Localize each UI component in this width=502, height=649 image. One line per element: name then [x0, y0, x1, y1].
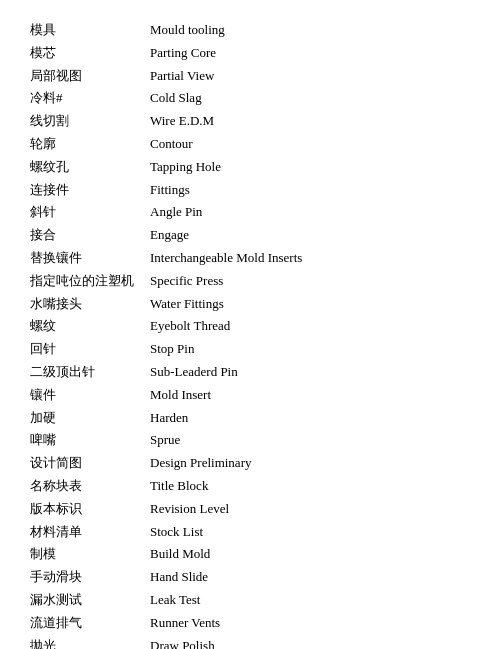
- term-chinese: 制模: [30, 544, 150, 565]
- term-english: Build Mold: [150, 544, 210, 565]
- term-row: 接合Engage: [30, 225, 472, 246]
- term-english: Draw Polish: [150, 636, 215, 649]
- term-english: Water Fittings: [150, 294, 224, 315]
- term-row: 二级顶出针Sub-Leaderd Pin: [30, 362, 472, 383]
- term-english: Sub-Leaderd Pin: [150, 362, 238, 383]
- term-chinese: 材料清单: [30, 522, 150, 543]
- term-row: 冷料#Cold Slag: [30, 88, 472, 109]
- term-chinese: 设计简图: [30, 453, 150, 474]
- term-row: 螺纹Eyebolt Thread: [30, 316, 472, 337]
- term-chinese: 轮廓: [30, 134, 150, 155]
- term-chinese: 斜针: [30, 202, 150, 223]
- term-chinese: 指定吨位的注塑机: [30, 271, 150, 292]
- term-row: 模具Mould tooling: [30, 20, 472, 41]
- term-chinese: 漏水测试: [30, 590, 150, 611]
- term-english: Contour: [150, 134, 193, 155]
- term-english: Mold Insert: [150, 385, 211, 406]
- term-english: Revision Level: [150, 499, 229, 520]
- term-row: 轮廓Contour: [30, 134, 472, 155]
- term-chinese: 接合: [30, 225, 150, 246]
- term-row: 回针Stop Pin: [30, 339, 472, 360]
- term-chinese: 替换镶件: [30, 248, 150, 269]
- term-row: 斜针Angle Pin: [30, 202, 472, 223]
- term-chinese: 名称块表: [30, 476, 150, 497]
- term-english: Sprue: [150, 430, 180, 451]
- term-row: 啤嘴Sprue: [30, 430, 472, 451]
- term-row: 制模Build Mold: [30, 544, 472, 565]
- term-row: 抛光Draw Polish: [30, 636, 472, 649]
- term-english: Runner Vents: [150, 613, 220, 634]
- term-chinese: 螺纹: [30, 316, 150, 337]
- term-row: 局部视图Partial View: [30, 66, 472, 87]
- term-list: 模具Mould tooling模芯Parting Core局部视图Partial…: [30, 20, 472, 649]
- term-english: Mould tooling: [150, 20, 225, 41]
- term-chinese: 啤嘴: [30, 430, 150, 451]
- term-row: 加硬Harden: [30, 408, 472, 429]
- term-english: Angle Pin: [150, 202, 202, 223]
- term-english: Eyebolt Thread: [150, 316, 230, 337]
- term-english: Title Block: [150, 476, 208, 497]
- term-row: 指定吨位的注塑机Specific Press: [30, 271, 472, 292]
- term-row: 漏水测试Leak Test: [30, 590, 472, 611]
- term-english: Engage: [150, 225, 189, 246]
- term-row: 版本标识Revision Level: [30, 499, 472, 520]
- term-english: Tapping Hole: [150, 157, 221, 178]
- term-chinese: 螺纹孔: [30, 157, 150, 178]
- term-chinese: 手动滑块: [30, 567, 150, 588]
- term-english: Fittings: [150, 180, 190, 201]
- term-chinese: 镶件: [30, 385, 150, 406]
- term-row: 设计简图Design Preliminary: [30, 453, 472, 474]
- term-chinese: 线切割: [30, 111, 150, 132]
- term-chinese: 连接件: [30, 180, 150, 201]
- term-chinese: 加硬: [30, 408, 150, 429]
- term-row: 水嘴接头Water Fittings: [30, 294, 472, 315]
- term-row: 手动滑块Hand Slide: [30, 567, 472, 588]
- term-row: 螺纹孔Tapping Hole: [30, 157, 472, 178]
- term-row: 流道排气Runner Vents: [30, 613, 472, 634]
- term-english: Leak Test: [150, 590, 200, 611]
- term-row: 模芯Parting Core: [30, 43, 472, 64]
- term-row: 名称块表Title Block: [30, 476, 472, 497]
- term-english: Parting Core: [150, 43, 216, 64]
- term-chinese: 抛光: [30, 636, 150, 649]
- term-english: Interchangeable Mold Inserts: [150, 248, 302, 269]
- term-row: 材料清单Stock List: [30, 522, 472, 543]
- term-chinese: 模具: [30, 20, 150, 41]
- term-english: Stock List: [150, 522, 203, 543]
- term-english: Wire E.D.M: [150, 111, 214, 132]
- term-english: Hand Slide: [150, 567, 208, 588]
- term-english: Stop Pin: [150, 339, 194, 360]
- term-english: Specific Press: [150, 271, 223, 292]
- term-chinese: 模芯: [30, 43, 150, 64]
- term-chinese: 版本标识: [30, 499, 150, 520]
- term-chinese: 流道排气: [30, 613, 150, 634]
- term-english: Harden: [150, 408, 188, 429]
- term-row: 镶件Mold Insert: [30, 385, 472, 406]
- term-chinese: 回针: [30, 339, 150, 360]
- term-chinese: 二级顶出针: [30, 362, 150, 383]
- term-row: 线切割Wire E.D.M: [30, 111, 472, 132]
- term-chinese: 局部视图: [30, 66, 150, 87]
- term-chinese: 冷料#: [30, 88, 150, 109]
- term-english: Design Preliminary: [150, 453, 251, 474]
- term-row: 连接件Fittings: [30, 180, 472, 201]
- term-chinese: 水嘴接头: [30, 294, 150, 315]
- term-row: 替换镶件Interchangeable Mold Inserts: [30, 248, 472, 269]
- term-english: Cold Slag: [150, 88, 202, 109]
- term-english: Partial View: [150, 66, 214, 87]
